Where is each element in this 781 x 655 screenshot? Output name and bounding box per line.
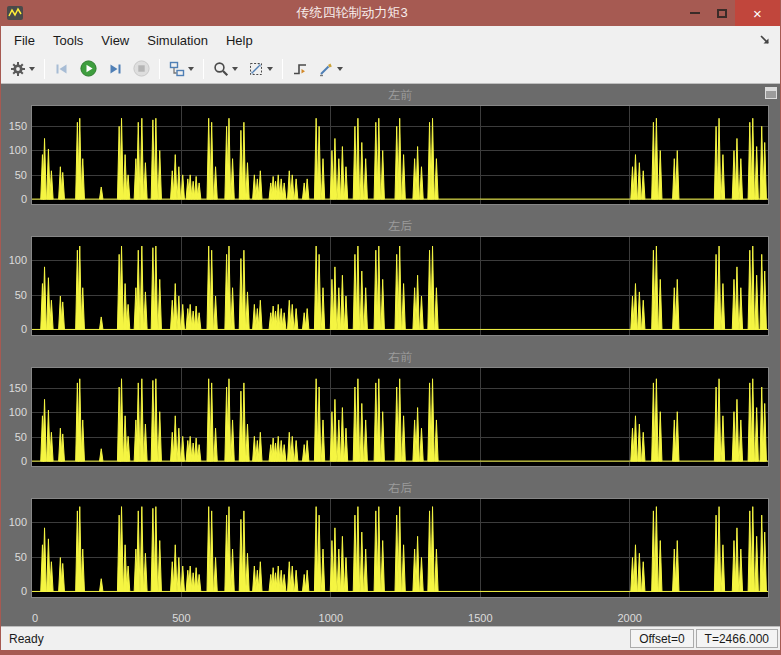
magnifier-icon [213, 61, 229, 77]
toolbar-separator [44, 59, 45, 79]
run-button[interactable] [75, 57, 102, 81]
x-tick-label: 1500 [468, 612, 492, 624]
subplot-title: 右前 [32, 350, 769, 365]
x-axis-labels: 0500100015002000 [32, 612, 769, 626]
x-tick-label: 0 [32, 612, 38, 624]
subplot-title: 左后 [32, 219, 769, 234]
step-back-icon [54, 61, 70, 77]
measurements-button[interactable] [313, 57, 348, 81]
y-tick-label: 0 [21, 585, 27, 597]
status-text: Ready [1, 632, 630, 646]
y-tick-label: 50 [15, 431, 27, 443]
menu-file[interactable]: File [5, 28, 44, 53]
step-back-button[interactable] [49, 57, 75, 81]
scope-app-icon [7, 6, 23, 20]
y-tick-label: 100 [9, 254, 27, 266]
toolbar-separator [159, 59, 160, 79]
y-tick-label: 0 [21, 193, 27, 205]
y-axis-labels: 050100 [1, 236, 31, 336]
subplot-title: 右后 [32, 481, 769, 496]
offset-readout: Offset=0 [630, 629, 693, 648]
toolbar [1, 54, 780, 84]
x-tick-label: 1000 [319, 612, 343, 624]
y-tick-label: 0 [21, 323, 27, 335]
caret-down-icon [232, 67, 238, 71]
status-bar: Ready Offset=0 T=2466.000 [1, 626, 780, 650]
menu-tools[interactable]: Tools [44, 28, 92, 53]
trigger-icon [292, 61, 308, 77]
y-axis-labels: 050100150 [1, 105, 31, 205]
x-tick-label: 2000 [617, 612, 641, 624]
caret-down-icon [337, 67, 343, 71]
y-tick-label: 100 [9, 516, 27, 528]
menu-bar: File Tools View Simulation Help [1, 26, 780, 54]
y-tick-label: 150 [9, 382, 27, 394]
caret-down-icon [188, 67, 194, 71]
gear-icon [10, 61, 26, 77]
menu-view[interactable]: View [92, 28, 138, 53]
y-tick-label: 100 [9, 144, 27, 156]
y-axis-labels: 050100150 [1, 367, 31, 467]
title-bar[interactable]: 传统四轮制动力矩3 × [1, 0, 780, 26]
stop-icon [133, 60, 150, 77]
stop-button[interactable] [128, 57, 155, 81]
menu-help[interactable]: Help [217, 28, 262, 53]
toolbar-separator [203, 59, 204, 79]
scope-display: 左前 050100150 左后 050100 右前 050100150 右后 0… [1, 84, 780, 626]
time-readout: T=2466.000 [696, 629, 778, 648]
scope-subplot: 右后 050100 [1, 481, 780, 598]
trigger-button[interactable] [287, 57, 313, 81]
scope-subplot: 左前 050100150 [1, 88, 780, 205]
minimize-button[interactable] [681, 0, 708, 26]
maximize-button[interactable] [708, 0, 735, 26]
window-controls: × [681, 0, 780, 26]
maximize-axes-icon[interactable] [765, 87, 777, 99]
signal-canvas[interactable] [32, 237, 768, 335]
window-title: 传统四轮制动力矩3 [23, 4, 681, 22]
dock-arrow-icon[interactable] [756, 31, 774, 49]
maximize-icon [717, 9, 727, 18]
run-icon [80, 60, 97, 77]
subplot-title: 左前 [32, 88, 769, 103]
y-tick-label: 150 [9, 120, 27, 132]
menu-simulation[interactable]: Simulation [138, 28, 217, 53]
signal-canvas[interactable] [32, 106, 768, 204]
close-icon: × [753, 5, 762, 22]
minimize-icon [690, 12, 700, 14]
signal-canvas[interactable] [32, 368, 768, 466]
scope-subplot: 右前 050100150 [1, 350, 780, 467]
step-forward-icon [107, 61, 123, 77]
scope-window: 传统四轮制动力矩3 × File Tools View Simulation H… [0, 0, 781, 655]
y-axis-labels: 050100 [1, 498, 31, 598]
zoom-button[interactable] [208, 57, 243, 81]
y-tick-label: 50 [15, 289, 27, 301]
y-tick-label: 100 [9, 406, 27, 418]
highlight-block-icon [169, 61, 185, 77]
close-button[interactable]: × [735, 0, 780, 26]
signal-canvas[interactable] [32, 499, 768, 597]
highlight-block-button[interactable] [164, 57, 199, 81]
y-tick-label: 50 [15, 169, 27, 181]
fit-to-view-icon [248, 61, 264, 77]
y-tick-label: 50 [15, 551, 27, 563]
y-tick-label: 0 [21, 455, 27, 467]
scope-subplot: 左后 050100 [1, 219, 780, 336]
caret-down-icon [267, 67, 273, 71]
fit-to-view-button[interactable] [243, 57, 278, 81]
caret-down-icon [29, 67, 35, 71]
measurement-pen-icon [318, 61, 334, 77]
step-forward-button[interactable] [102, 57, 128, 81]
toolbar-separator [282, 59, 283, 79]
x-tick-label: 500 [172, 612, 190, 624]
settings-button[interactable] [5, 57, 40, 81]
